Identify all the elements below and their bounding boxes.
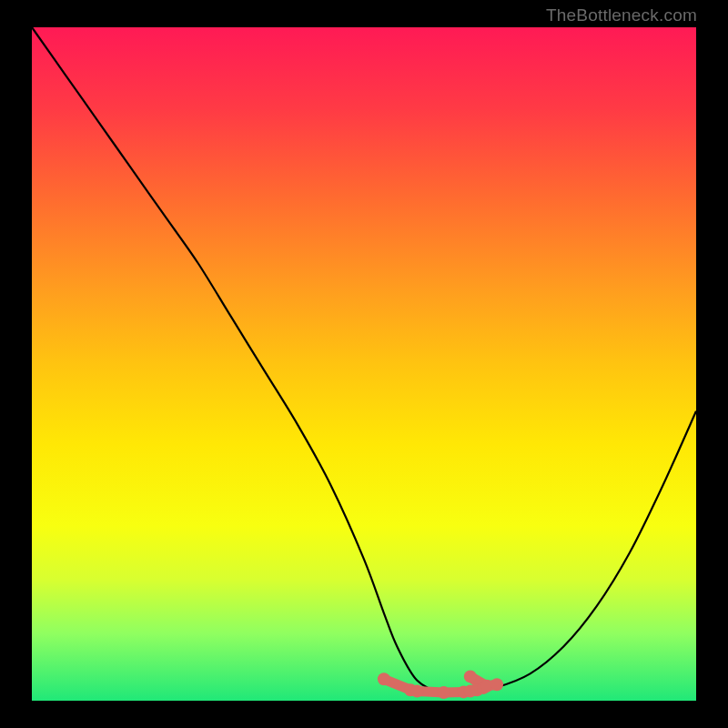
valley-point [438, 686, 450, 699]
valley-point [410, 685, 423, 698]
chart-svg [32, 27, 696, 701]
chart-container: TheBottleneck.com [0, 0, 728, 728]
valley-point [490, 678, 503, 691]
valley-markers [378, 670, 503, 699]
plot-area [32, 27, 696, 701]
bottleneck-curve [32, 27, 696, 695]
valley-point [464, 670, 477, 682]
valley-point [378, 672, 390, 685]
watermark-label: TheBottleneck.com [546, 5, 697, 25]
